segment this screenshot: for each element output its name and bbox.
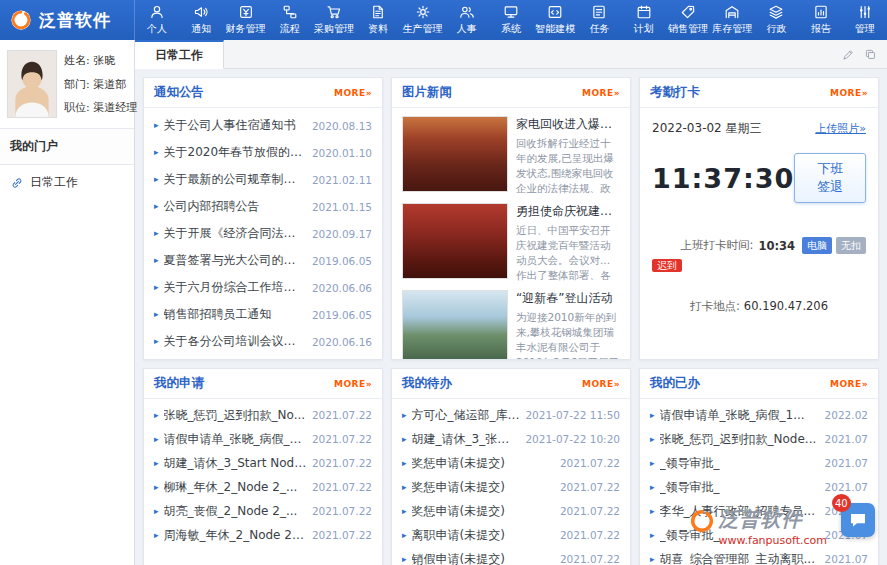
nav-item-report[interactable]: 报告 [799,0,843,40]
item-link[interactable]: 胡建_请休_3_张晓_退回 [412,431,521,448]
item-date: 2022.02 [825,409,868,421]
item-link[interactable]: 胡喜_综合管理部_主动离职... [660,551,820,565]
nav-item-finance[interactable]: 财务管理 [223,0,267,40]
cart-icon [326,4,342,20]
item-link[interactable]: 奖惩申请(未提交) [412,455,555,472]
nav-item-warehouse[interactable]: 库存管理 [710,0,754,40]
nav-label: 个人 [147,22,167,36]
attendance-body: 2022-03-02 星期三 上传照片» 11:37:30 下班签退 上班打卡时… [640,108,878,359]
item-link[interactable]: 销售部招聘员工通知 [164,306,307,323]
item-link[interactable]: 方可心_储运部_库管员_晋... [412,407,521,424]
item-link[interactable]: 关于各分公司培训会议的通知 [164,333,307,350]
list-item: ▸关于最新的公司规章制度细节通知2021.02.11 [154,166,372,193]
more-link-todos[interactable]: MORE» [582,379,620,389]
item-link[interactable]: 柳琳_年休_2_Node 2_... [164,479,307,496]
news-title[interactable]: 勇担使命庆祝建党百年、中... [516,203,620,220]
item-date: 2020.01.10 [312,147,372,159]
top-nav: 个人通知财务管理流程采购管理资料生产管理人事系统智能建模任务计划销售管理库存管理… [135,0,887,40]
news-photo-hiking-mountain[interactable] [402,290,508,359]
nav-item-layers[interactable]: 行政 [754,0,798,40]
more-link-applications[interactable]: MORE» [334,379,372,389]
nav-item-speaker[interactable]: 通知 [179,0,223,40]
nav-item-person[interactable]: 个人 [135,0,179,40]
item-link[interactable]: 请假申请单_张晓_病假_2... [164,431,307,448]
item-link[interactable]: 请假申请单_张晓_病假_1... [660,407,820,424]
sidebar-item-daily-work[interactable]: 日常工作 [0,165,134,200]
list-item: ▸关于2020年春节放假的通知2020.01.10 [154,139,372,166]
item-date: 2021.07.22 [312,481,372,493]
list-item: ▸关于开展《经济合同法》的相关...2020.09.17 [154,220,372,247]
nav-item-monitor[interactable]: 系统 [489,0,533,40]
switch-layout-icon[interactable] [864,48,877,61]
warehouse-icon [724,4,740,20]
more-link-attendance[interactable]: MORE» [830,88,868,98]
panel-title-applications: 我的申请 [154,375,204,392]
panel-attendance: 考勤打卡 MORE» 2022-03-02 星期三 上传照片» 11:37:30… [639,77,879,360]
chat-button[interactable]: 40 [841,503,875,537]
news-item: “迎新春”登山活动为迎接2010新年的到来,攀枝花钢城集团瑞丰水泥有限公司于20… [402,290,620,359]
item-link[interactable]: 关于最新的公司规章制度细节通知 [164,171,307,188]
news-photo-conference-banquet[interactable] [402,116,508,192]
news-photo-conference-stage[interactable] [402,203,508,279]
item-link[interactable]: 张晓_惩罚_迟到扣款_Node... [660,431,820,448]
item-link[interactable]: _领导审批_ [660,479,820,496]
bullet-icon: ▸ [650,483,655,492]
item-link[interactable]: 公司内部招聘公告 [164,198,307,215]
item-link[interactable]: 胡建_请休_3_Start Node... [164,455,307,472]
nav-item-people[interactable]: 人事 [445,0,489,40]
edit-icon[interactable] [842,48,855,61]
item-link[interactable]: 张晓_惩罚_迟到扣款_No... [164,407,307,424]
nav-item-doc[interactable]: 资料 [356,0,400,40]
news-title[interactable]: 家电回收进入爆发期 家电... [516,116,620,133]
nav-item-cart[interactable]: 采购管理 [312,0,356,40]
link-icon [10,176,24,190]
app-logo[interactable]: 泛普软件 [0,0,135,40]
list-item: ▸关于各分公司培训会议的通知2020.06.16 [154,328,372,355]
news-title[interactable]: “迎新春”登山活动 [516,290,620,307]
item-link[interactable]: 夏普签署与光大公司的大订单、... [164,252,307,269]
nav-item-code[interactable]: 智能建模 [533,0,577,40]
item-link[interactable]: _领导审批_ [660,455,820,472]
list-item: ▸夏普签署与光大公司的大订单、...2019.06.05 [154,247,372,274]
todos-list: ▸方可心_储运部_库管员_晋...2021-07-22 11:50▸胡建_请休_… [392,399,630,565]
panel-notices: 通知公告 MORE» ▸关于公司人事住宿通知书2020.08.13▸关于2020… [143,77,383,360]
item-date: 2021.07 [825,457,868,469]
item-link[interactable]: 关于六月份综合工作培训内容及... [164,279,307,296]
item-link[interactable]: 李华_人事行政部_招聘专员... [660,503,820,520]
item-link[interactable]: _领导审批_ [660,527,820,544]
tab-daily-work[interactable]: 日常工作 [135,40,224,69]
checkin-time: 10:34 [758,239,795,253]
nav-item-sliders[interactable]: 管理 [843,0,887,40]
nav-item-tag[interactable]: 销售管理 [666,0,710,40]
layers-icon [768,4,784,20]
item-link[interactable]: 关于公司人事住宿通知书 [164,117,307,134]
bullet-icon: ▸ [650,555,655,564]
item-link[interactable]: 奖惩申请(未提交) [412,479,555,496]
more-link-done[interactable]: MORE» [830,379,868,389]
list-item: ▸请假申请单_张晓_病假_1...2022.02 [650,403,868,427]
bullet-icon: ▸ [402,483,407,492]
sign-out-button[interactable]: 下班签退 [794,153,866,203]
nav-item-gear[interactable]: 生产管理 [400,0,444,40]
bullet-icon: ▸ [154,337,159,346]
panel-news: 图片新闻 MORE» 家电回收进入爆发期 家电...回收拆解行业经过十年的发展,… [391,77,631,360]
bullet-icon: ▸ [154,310,159,319]
nav-item-flow[interactable]: 流程 [268,0,312,40]
item-link[interactable]: 胡亮_丧假_2_Node 2_... [164,503,307,520]
more-link-notices[interactable]: MORE» [334,88,372,98]
more-link-news[interactable]: MORE» [582,88,620,98]
item-link[interactable]: 销假申请(未提交) [412,551,555,565]
list-item: ▸关于六月份综合工作培训内容及...2020.06.06 [154,274,372,301]
list-item: ▸公司内部招聘公告2021.01.15 [154,193,372,220]
item-link[interactable]: 奖惩申请(未提交) [412,503,555,520]
item-link[interactable]: 离职申请(未提交) [412,527,555,544]
nav-item-task[interactable]: 任务 [577,0,621,40]
item-link[interactable]: 关于开展《经济合同法》的相关... [164,225,307,242]
item-link[interactable]: 周海敏_年休_2_Node 2_... [164,527,307,544]
bullet-icon: ▸ [154,283,159,292]
upload-photo-link[interactable]: 上传照片» [815,121,866,136]
nav-item-calendar[interactable]: 计划 [622,0,666,40]
nav-label: 流程 [280,22,300,36]
item-link[interactable]: 关于2020年春节放假的通知 [164,144,307,161]
gear-icon [415,4,431,20]
